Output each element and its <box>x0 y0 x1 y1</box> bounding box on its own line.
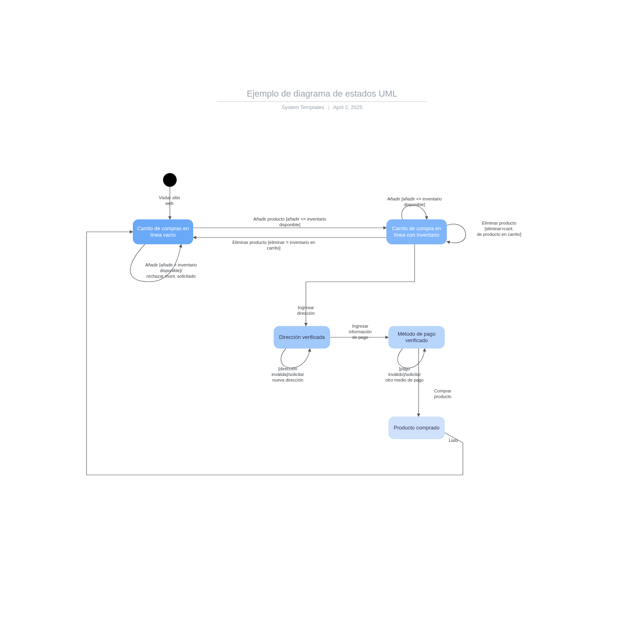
state-address-verified[interactable]: Dirección verificada <box>274 326 330 349</box>
subtitle-separator: | <box>328 104 329 110</box>
label-buy-product: Comprar producto <box>427 388 459 400</box>
label-visit-site: Visitar sitio web <box>155 195 184 206</box>
diagram-canvas: Ejemplo de diagrama de estados UML Syste… <box>0 0 644 644</box>
label-full-self-add: Añadir [añadir <= inventario disponible] <box>370 196 459 208</box>
header: Ejemplo de diagrama de estados UML Syste… <box>0 89 644 110</box>
subtitle-left: System Templates <box>282 104 324 110</box>
label-invalid-address: [dirección inválida]/solicitar nueva dir… <box>264 366 312 383</box>
state-empty-cart[interactable]: Carrito de compras en línea vacío <box>133 219 193 244</box>
state-cart-with-inventory[interactable]: Carrito de compra en línea con inventari… <box>386 219 447 244</box>
label-add-product-ok: Añadir producto [añadir <= inventario di… <box>237 217 342 228</box>
label-enter-payment: Ingresar información de pago <box>340 324 380 340</box>
label-done: Listo <box>449 438 469 444</box>
label-full-self-remove: Eliminar producto [eliminar>cant. de pro… <box>467 221 531 237</box>
state-product-purchased[interactable]: Producto comprado <box>388 417 445 439</box>
subtitle-right: April 2, 2025 <box>333 104 362 110</box>
diagram-subtitle: System Templates | April 2, 2025 <box>0 104 644 110</box>
title-underline <box>217 101 427 102</box>
initial-state-icon <box>163 173 177 187</box>
label-invalid-payment: [pago inválido]/solicitar otro medio de … <box>378 366 431 383</box>
state-payment-verified[interactable]: Método de pago verificado <box>388 326 445 349</box>
label-remove-to-empty: Eliminar producto [eliminar = inventario… <box>217 240 330 251</box>
diagram-title: Ejemplo de diagrama de estados UML <box>235 89 409 101</box>
label-enter-address: Ingresar dirección <box>290 305 322 316</box>
label-add-reject: Añadir [añadir > inventario disponible]/… <box>133 262 209 279</box>
